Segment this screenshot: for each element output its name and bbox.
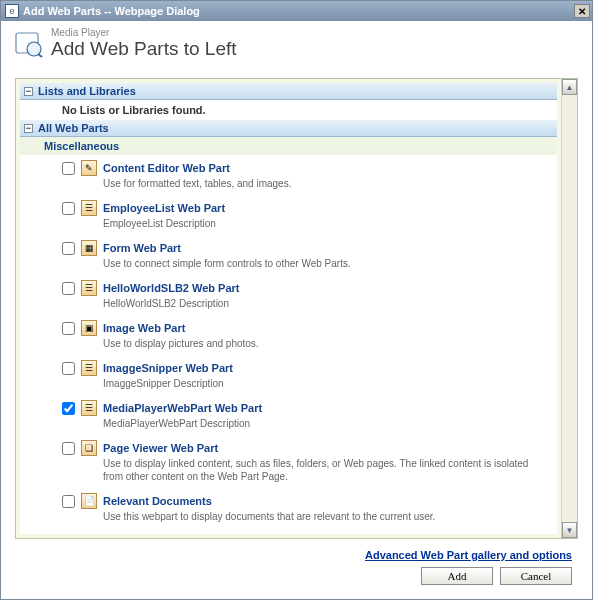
section-all[interactable]: − All Web Parts — [20, 120, 557, 137]
cancel-button[interactable]: Cancel — [500, 567, 572, 585]
item-description: EmployeeList Description — [62, 217, 549, 230]
item-checkbox[interactable] — [62, 442, 75, 455]
item-description: Use to connect simple form controls to o… — [62, 257, 549, 270]
item-checkbox[interactable] — [62, 202, 75, 215]
item-title[interactable]: HelloWorldSLB2 Web Part — [103, 282, 240, 294]
item-title[interactable]: MediaPlayerWebPart Web Part — [103, 402, 262, 414]
webpart-icon: ▦ — [81, 240, 97, 256]
webpart-icon: ▣ — [81, 320, 97, 336]
webpart-item: ▣ Image Web Part Use to display pictures… — [20, 315, 557, 355]
item-title[interactable]: Page Viewer Web Part — [103, 442, 218, 454]
item-checkbox[interactable] — [62, 362, 75, 375]
item-description: Use to display linked content, such as f… — [62, 457, 549, 483]
list-box: − Lists and Libraries No Lists or Librar… — [15, 78, 578, 539]
section-all-label: All Web Parts — [38, 122, 109, 134]
scrollbar[interactable]: ▲ ▼ — [561, 79, 577, 538]
item-description: Use this webpart to display documents th… — [62, 510, 549, 523]
webpart-item: ☰ ImaggeSnipper Web Part ImaggeSnipper D… — [20, 355, 557, 395]
item-title[interactable]: Content Editor Web Part — [103, 162, 230, 174]
item-title[interactable]: Image Web Part — [103, 322, 185, 334]
section-lists[interactable]: − Lists and Libraries — [20, 83, 557, 100]
item-title[interactable]: EmployeeList Web Part — [103, 202, 225, 214]
empty-message: No Lists or Libraries found. — [20, 100, 557, 120]
item-checkbox[interactable] — [62, 282, 75, 295]
item-title[interactable]: Relevant Documents — [103, 495, 212, 507]
webpart-item: ☰ MediaPlayerWebPart Web Part MediaPlaye… — [20, 395, 557, 435]
title-bar: e Add Web Parts -- Webpage Dialog ✕ — [1, 1, 592, 21]
group-header: Miscellaneous — [20, 137, 557, 155]
content: − Lists and Libraries No Lists or Librar… — [1, 64, 592, 599]
advanced-link[interactable]: Advanced Web Part gallery and options — [365, 549, 572, 561]
section-lists-label: Lists and Libraries — [38, 85, 136, 97]
collapse-icon[interactable]: − — [24, 124, 33, 133]
webpart-item: ❏ Page Viewer Web Part Use to display li… — [20, 435, 557, 488]
item-description: Use for formatted text, tables, and imag… — [62, 177, 549, 190]
header-subtitle: Media Player — [51, 27, 237, 38]
webpart-icon: ❏ — [81, 440, 97, 456]
webpart-item: ☰ HelloWorldSLB2 Web Part HelloWorldSLB2… — [20, 275, 557, 315]
item-title[interactable]: ImaggeSnipper Web Part — [103, 362, 233, 374]
item-checkbox[interactable] — [62, 242, 75, 255]
dialog-window: e Add Web Parts -- Webpage Dialog ✕ Medi… — [0, 0, 593, 600]
webpart-item: 📄 Relevant Documents Use this webpart to… — [20, 488, 557, 528]
webpart-icon: ☰ — [81, 400, 97, 416]
webpart-icon: ☰ — [81, 200, 97, 216]
webpart-icon: ☰ — [81, 360, 97, 376]
scroll-up-button[interactable]: ▲ — [562, 79, 577, 95]
webpart-icon: ✎ — [81, 160, 97, 176]
collapse-icon[interactable]: − — [24, 87, 33, 96]
webpart-item: ▦ Form Web Part Use to connect simple fo… — [20, 235, 557, 275]
scroll-down-button[interactable]: ▼ — [562, 522, 577, 538]
item-checkbox[interactable] — [62, 402, 75, 415]
header-icon — [15, 30, 43, 58]
webpart-item: ☰ EmployeeList Web Part EmployeeList Des… — [20, 195, 557, 235]
item-checkbox[interactable] — [62, 322, 75, 335]
item-checkbox[interactable] — [62, 162, 75, 175]
list-scroll[interactable]: − Lists and Libraries No Lists or Librar… — [20, 83, 557, 534]
app-icon: e — [5, 4, 19, 18]
item-description: Use to display pictures and photos. — [62, 337, 549, 350]
item-description: ImaggeSnipper Description — [62, 377, 549, 390]
scroll-track[interactable] — [562, 95, 577, 522]
webpart-icon: ☰ — [81, 280, 97, 296]
webpart-icon: 📄 — [81, 493, 97, 509]
webpart-item: ✎ Content Editor Web Part Use for format… — [20, 155, 557, 195]
item-description: MediaPlayerWebPart Description — [62, 417, 549, 430]
item-checkbox[interactable] — [62, 495, 75, 508]
window-title: Add Web Parts -- Webpage Dialog — [23, 5, 574, 17]
item-description: HelloWorldSLB2 Description — [62, 297, 549, 310]
close-button[interactable]: ✕ — [574, 4, 590, 18]
header: Media Player Add Web Parts to Left — [1, 21, 592, 64]
svg-line-2 — [38, 54, 42, 57]
header-title: Add Web Parts to Left — [51, 38, 237, 60]
item-title[interactable]: Form Web Part — [103, 242, 181, 254]
add-button[interactable]: Add — [421, 567, 493, 585]
button-row: Add Cancel — [15, 567, 578, 585]
